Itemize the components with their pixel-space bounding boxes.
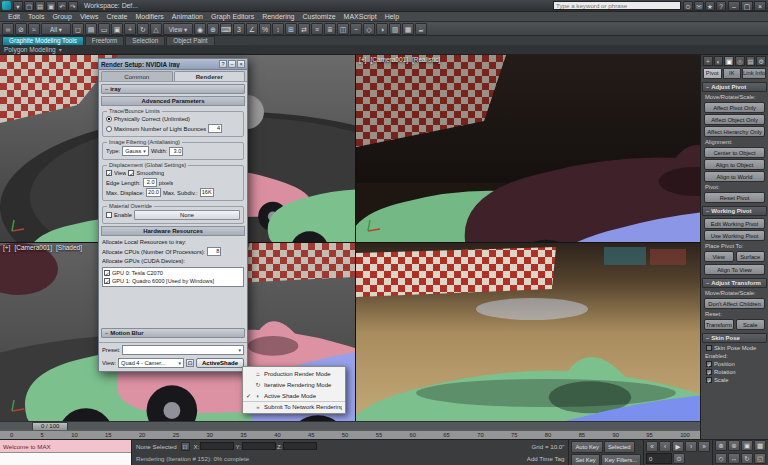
select-object-icon[interactable]: ◻ bbox=[72, 23, 84, 35]
center-to-object-button[interactable]: Center to Object bbox=[704, 147, 765, 158]
working-pivot-rollout[interactable]: Working Pivot bbox=[702, 206, 767, 216]
snap-toggle-3d-icon[interactable]: 3 bbox=[233, 23, 245, 35]
macro-recorder-line[interactable]: Welcome to MAX bbox=[0, 440, 131, 452]
align-icon[interactable]: ≡ bbox=[311, 23, 323, 35]
viewport-menu-button[interactable]: [+] bbox=[3, 244, 10, 251]
menu-rendering[interactable]: Rendering bbox=[258, 12, 298, 22]
previous-frame-button[interactable]: ‹ bbox=[659, 441, 671, 452]
max-displace-field[interactable]: 20.0 bbox=[146, 188, 161, 197]
ik-tab[interactable]: IK bbox=[723, 68, 742, 79]
undo-icon[interactable]: ↶ bbox=[57, 1, 67, 11]
coordinate-input[interactable] bbox=[242, 442, 276, 450]
motion-blur-rollout[interactable]: Motion Blur bbox=[101, 328, 245, 338]
render-production-icon[interactable]: ☕ bbox=[415, 23, 427, 35]
dialog-help-button[interactable]: ? bbox=[219, 60, 227, 68]
open-file-icon[interactable]: ▤ bbox=[35, 1, 45, 11]
gpu-device-list[interactable]: GPU 0: Tesla C2070 GPU 1: Quadro 6000 [U… bbox=[102, 267, 244, 287]
schematic-view-icon[interactable]: ◇ bbox=[363, 23, 375, 35]
ribbon-tab-object-paint[interactable]: Object Paint bbox=[166, 36, 214, 45]
dialog-close-button[interactable]: × bbox=[237, 60, 245, 68]
angle-snap-icon[interactable]: ∠ bbox=[246, 23, 258, 35]
use-pivot-center-icon[interactable]: ◉ bbox=[194, 23, 206, 35]
viewport-shading-label[interactable]: [Shaded] bbox=[56, 244, 82, 251]
create-panel-tab[interactable]: + bbox=[703, 56, 713, 66]
production-render-mode-item[interactable]: ☕ Production Render Mode bbox=[243, 368, 345, 379]
max-light-bounces-radio[interactable] bbox=[106, 126, 112, 132]
place-pivot-view-button[interactable]: View bbox=[704, 251, 734, 262]
skin-pose-checkbox[interactable] bbox=[706, 361, 712, 367]
maximize-viewport-toggle-icon[interactable]: ◱ bbox=[754, 453, 766, 464]
common-tab[interactable]: Common bbox=[101, 71, 173, 81]
window-crossing-icon[interactable]: ▣ bbox=[111, 23, 123, 35]
use-working-pivot-button[interactable]: Use Working Pivot bbox=[704, 230, 765, 241]
select-and-scale-icon[interactable]: △ bbox=[150, 23, 162, 35]
select-by-name-icon[interactable]: ▤ bbox=[85, 23, 97, 35]
selection-set-dropdown[interactable]: Selected bbox=[604, 441, 635, 453]
menu-group[interactable]: Group bbox=[48, 12, 75, 22]
next-frame-button[interactable]: › bbox=[685, 441, 697, 452]
max-bounces-field[interactable]: 4 bbox=[208, 124, 222, 133]
menu-views[interactable]: Views bbox=[76, 12, 103, 22]
reset-pivot-button[interactable]: Reset Pivot bbox=[704, 192, 765, 203]
coordinate-input[interactable] bbox=[283, 442, 317, 450]
go-to-start-button[interactable]: « bbox=[646, 441, 658, 452]
gpu-checkbox[interactable] bbox=[104, 278, 110, 284]
close-button[interactable]: × bbox=[754, 1, 766, 11]
bind-to-space-warp-icon[interactable]: ≈ bbox=[28, 23, 40, 35]
filter-type-dropdown[interactable]: Gauss bbox=[122, 146, 149, 156]
menu-graph-editors[interactable]: Graph Editors bbox=[207, 12, 258, 22]
render-setup-icon[interactable]: ▥ bbox=[389, 23, 401, 35]
keyboard-override-icon[interactable]: ⌨ bbox=[220, 23, 232, 35]
menu-edit[interactable]: Edit bbox=[4, 12, 24, 22]
zoom-icon[interactable]: ⊕ bbox=[715, 440, 727, 451]
display-panel-tab[interactable]: ▤ bbox=[746, 56, 756, 66]
dont-affect-children-button[interactable]: Don't Affect Children bbox=[704, 298, 765, 309]
skin-pose-mode-checkbox[interactable] bbox=[706, 345, 712, 351]
mirror-icon[interactable]: ⇄ bbox=[298, 23, 310, 35]
curve-editor-icon[interactable]: ~ bbox=[350, 23, 362, 35]
unlink-selection-icon[interactable]: ⊘ bbox=[15, 23, 27, 35]
track-bar[interactable]: 0510152025303540455055606570758085909510… bbox=[0, 430, 700, 439]
search-input[interactable] bbox=[553, 1, 681, 10]
spinner-snap-icon[interactable]: ↕ bbox=[272, 23, 284, 35]
viewport-shading-label[interactable]: [Realistic] bbox=[412, 56, 440, 63]
affect-hierarchy-only-button[interactable]: Affect Hierarchy Only bbox=[704, 126, 765, 137]
time-configuration-button[interactable]: ⊙ bbox=[673, 453, 685, 464]
gpu-1-item[interactable]: GPU 1: Quadro 6000 [Used by Windows] bbox=[104, 277, 242, 285]
help-icon[interactable]: ? bbox=[716, 1, 726, 11]
current-frame-field[interactable]: 0 bbox=[646, 453, 672, 464]
zoom-extents-icon[interactable]: ▣ bbox=[741, 440, 753, 451]
ribbon-tab-selection[interactable]: Selection bbox=[125, 36, 165, 45]
select-and-rotate-icon[interactable]: ↻ bbox=[137, 23, 149, 35]
adjust-transform-rollout[interactable]: Adjust Transform bbox=[702, 278, 767, 288]
zoom-extents-all-icon[interactable]: ▩ bbox=[754, 440, 766, 451]
align-to-world-button[interactable]: Align to World bbox=[704, 171, 765, 182]
communication-center-icon[interactable]: ✉ bbox=[694, 1, 704, 11]
listener-line[interactable] bbox=[0, 452, 131, 465]
dialog-minimize-button[interactable]: – bbox=[228, 60, 236, 68]
reset-scale-button[interactable]: Scale bbox=[736, 319, 766, 330]
workspace-switcher[interactable]: Workspace: Def... bbox=[80, 2, 142, 9]
select-and-manipulate-icon[interactable]: ⊕ bbox=[207, 23, 219, 35]
zoom-all-icon[interactable]: ⊚ bbox=[728, 440, 740, 451]
menu-help[interactable]: Help bbox=[381, 12, 403, 22]
renderer-tab[interactable]: Renderer bbox=[174, 71, 246, 81]
allocate-cpus-field[interactable]: 8 bbox=[207, 247, 221, 256]
favorites-icon[interactable]: ★ bbox=[705, 1, 715, 11]
menu-animation[interactable]: Animation bbox=[168, 12, 207, 22]
new-scene-icon[interactable]: ▢ bbox=[24, 1, 34, 11]
graphite-toggle-icon[interactable]: ◫ bbox=[337, 23, 349, 35]
material-editor-icon[interactable]: ◑ bbox=[376, 23, 388, 35]
percent-snap-icon[interactable]: % bbox=[259, 23, 271, 35]
menu-modifiers[interactable]: Modifiers bbox=[131, 12, 167, 22]
pivot-tab[interactable]: Pivot bbox=[703, 68, 722, 79]
minimize-button[interactable]: – bbox=[728, 1, 740, 11]
maxscript-mini-listener[interactable]: Welcome to MAX bbox=[0, 440, 132, 465]
edge-length-field[interactable]: 2.0 bbox=[143, 178, 157, 187]
filter-width-field[interactable]: 3.0 bbox=[169, 147, 183, 156]
viewport-menu-button[interactable]: [+] bbox=[359, 56, 366, 63]
link-info-tab[interactable]: Link Info bbox=[742, 68, 766, 79]
selection-lock-toggle[interactable]: ⊡ bbox=[181, 442, 190, 451]
selection-region-icon[interactable]: ▭ bbox=[98, 23, 110, 35]
auto-key-button[interactable]: Auto Key bbox=[571, 441, 603, 453]
